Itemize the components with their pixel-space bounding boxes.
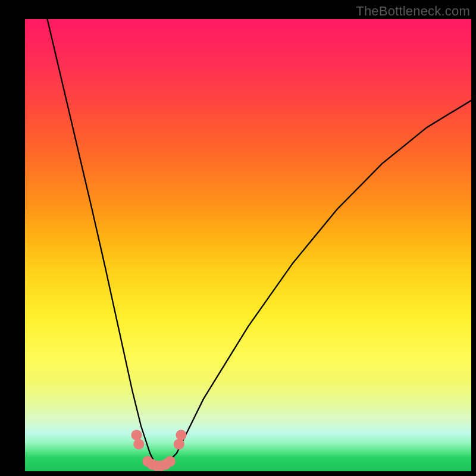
curve-marker <box>133 439 144 449</box>
chart-frame: TheBottleneck.com <box>0 0 476 476</box>
curve-marker <box>131 430 142 440</box>
watermark-text: TheBottleneck.com <box>356 4 470 19</box>
chart-svg <box>25 19 471 471</box>
bottleneck-curve <box>48 19 472 466</box>
curve-marker <box>174 439 184 449</box>
curve-marker <box>176 430 187 440</box>
chart-plot-area <box>25 19 471 471</box>
curve-marker <box>165 456 176 466</box>
